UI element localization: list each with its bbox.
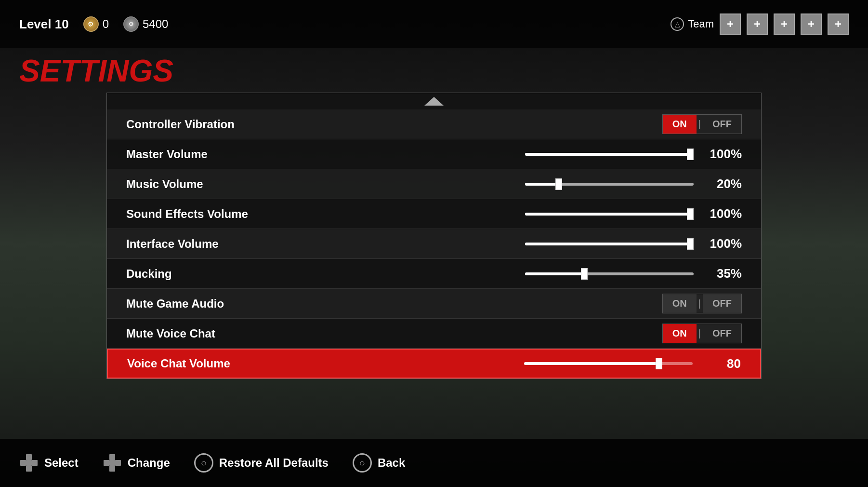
change-label: Change [128, 456, 170, 470]
music-volume-control[interactable]: 20% [525, 176, 742, 191]
mute-voice-chat-label: Mute Voice Chat [126, 327, 295, 340]
team-button[interactable]: △ Team [671, 17, 714, 31]
add-slot-4-button[interactable]: + [801, 14, 822, 35]
interface-volume-thumb[interactable] [687, 238, 694, 250]
ducking-fill [525, 272, 584, 275]
currency-2-value: 5400 [143, 17, 168, 31]
music-volume-value: 20% [703, 176, 742, 191]
add-slot-3-button[interactable]: + [774, 14, 795, 35]
sfx-volume-value: 100% [703, 206, 742, 221]
mute-voice-chat-control[interactable]: ON | OFF [662, 324, 742, 343]
mute-game-audio-off[interactable]: OFF [703, 294, 741, 313]
back-circle-icon: ○ [353, 453, 372, 473]
voice-chat-volume-value: 80 [702, 356, 741, 371]
voice-chat-volume-fill [524, 362, 659, 365]
music-volume-track[interactable] [525, 183, 694, 186]
svg-rect-5 [109, 454, 115, 460]
select-dpad-icon [19, 453, 39, 473]
restore-label: Restore All Defaults [219, 456, 329, 470]
setting-row-controller-vibration[interactable]: Controller Vibration ON | OFF [107, 109, 761, 139]
main-content: SETTINGS Controller Vibration ON | OFF M… [0, 48, 868, 487]
svg-rect-6 [109, 466, 115, 472]
ducking-label: Ducking [126, 267, 295, 281]
voice-chat-volume-label: Voice Chat Volume [127, 357, 296, 370]
music-volume-fill [525, 183, 559, 186]
bottom-bar: Select Change ○ Restore All Defaults ○ B… [0, 439, 868, 487]
scroll-up-arrow [424, 97, 444, 106]
master-volume-thumb[interactable] [687, 149, 694, 160]
ducking-track[interactable] [525, 272, 694, 275]
master-volume-control[interactable]: 100% [525, 147, 742, 162]
sfx-volume-control[interactable]: 100% [525, 206, 742, 221]
currency-2-icon: ⚙ [123, 16, 139, 32]
change-action[interactable]: Change [103, 453, 170, 473]
voice-chat-volume-control[interactable]: 80 [524, 356, 741, 371]
setting-row-sfx-volume[interactable]: Sound Effects Volume 100% [107, 199, 761, 229]
select-label: Select [44, 456, 79, 470]
voice-chat-volume-slider-wrapper[interactable]: 80 [524, 356, 741, 371]
mute-game-audio-label: Mute Game Audio [126, 297, 295, 311]
ducking-slider-wrapper[interactable]: 35% [525, 266, 742, 281]
add-slot-2-button[interactable]: + [747, 14, 768, 35]
restore-circle-icon: ○ [194, 453, 213, 473]
interface-volume-label: Interface Volume [126, 237, 295, 251]
sfx-volume-slider-wrapper[interactable]: 100% [525, 206, 742, 221]
interface-volume-track[interactable] [525, 243, 694, 245]
mute-voice-chat-toggle[interactable]: ON | OFF [662, 324, 742, 343]
sfx-volume-track[interactable] [525, 213, 694, 216]
sfx-volume-thumb[interactable] [687, 208, 694, 220]
mute-voice-chat-off[interactable]: OFF [703, 324, 741, 343]
music-volume-slider-wrapper[interactable]: 20% [525, 176, 742, 191]
controller-vibration-control[interactable]: ON | OFF [662, 114, 742, 134]
setting-row-master-volume[interactable]: Master Volume 100% [107, 139, 761, 169]
currency-1-icon: ⚙ [83, 16, 99, 32]
mute-game-audio-toggle[interactable]: ON | OFF [662, 294, 742, 313]
top-right-section: △ Team + + + + + [671, 14, 849, 35]
setting-row-voice-chat-volume[interactable]: Voice Chat Volume 80 [107, 349, 761, 379]
svg-rect-7 [104, 460, 109, 466]
setting-row-mute-game-audio[interactable]: Mute Game Audio ON | OFF [107, 289, 761, 319]
svg-rect-9 [109, 460, 115, 466]
svg-rect-0 [26, 454, 32, 460]
voice-chat-volume-thumb[interactable] [656, 358, 662, 369]
team-label: Team [688, 18, 714, 30]
restore-action[interactable]: ○ Restore All Defaults [194, 453, 329, 473]
svg-rect-8 [115, 460, 121, 466]
master-volume-track[interactable] [525, 153, 694, 156]
controller-vibration-label: Controller Vibration [126, 118, 295, 131]
music-volume-thumb[interactable] [555, 178, 562, 190]
scroll-up-indicator[interactable] [107, 93, 761, 109]
master-volume-slider-wrapper[interactable]: 100% [525, 147, 742, 162]
svg-rect-1 [26, 466, 32, 472]
setting-row-ducking[interactable]: Ducking 35% [107, 259, 761, 289]
controller-vibration-off[interactable]: OFF [703, 115, 741, 134]
top-bar: Level 10 ⚙ 0 ⚙ 5400 △ Team + + + + + [0, 0, 868, 48]
controller-vibration-toggle[interactable]: ON | OFF [662, 114, 742, 134]
svg-rect-2 [20, 460, 26, 466]
interface-volume-control[interactable]: 100% [525, 236, 742, 251]
music-volume-label: Music Volume [126, 177, 295, 191]
add-slot-1-button[interactable]: + [720, 14, 741, 35]
back-action[interactable]: ○ Back [353, 453, 405, 473]
mute-game-audio-control[interactable]: ON | OFF [662, 294, 742, 313]
svg-rect-4 [26, 460, 32, 466]
select-action[interactable]: Select [19, 453, 79, 473]
back-label: Back [378, 456, 405, 470]
level-display: Level 10 [19, 17, 69, 32]
interface-volume-slider-wrapper[interactable]: 100% [525, 236, 742, 251]
voice-chat-volume-track[interactable] [524, 362, 693, 365]
controller-vibration-on[interactable]: ON [663, 115, 697, 134]
setting-row-music-volume[interactable]: Music Volume 20% [107, 169, 761, 199]
master-volume-value: 100% [703, 147, 742, 162]
ducking-thumb[interactable] [581, 268, 588, 280]
add-slot-5-button[interactable]: + [828, 14, 849, 35]
ducking-control[interactable]: 35% [525, 266, 742, 281]
settings-title: SETTINGS [19, 48, 849, 89]
mute-voice-chat-on[interactable]: ON [663, 324, 697, 343]
setting-row-mute-voice-chat[interactable]: Mute Voice Chat ON | OFF [107, 319, 761, 349]
mute-game-audio-on[interactable]: ON [663, 294, 697, 313]
setting-row-interface-volume[interactable]: Interface Volume 100% [107, 229, 761, 259]
change-dpad-icon [103, 453, 122, 473]
master-volume-fill [525, 153, 694, 156]
triangle-controller-icon: △ [671, 17, 684, 31]
